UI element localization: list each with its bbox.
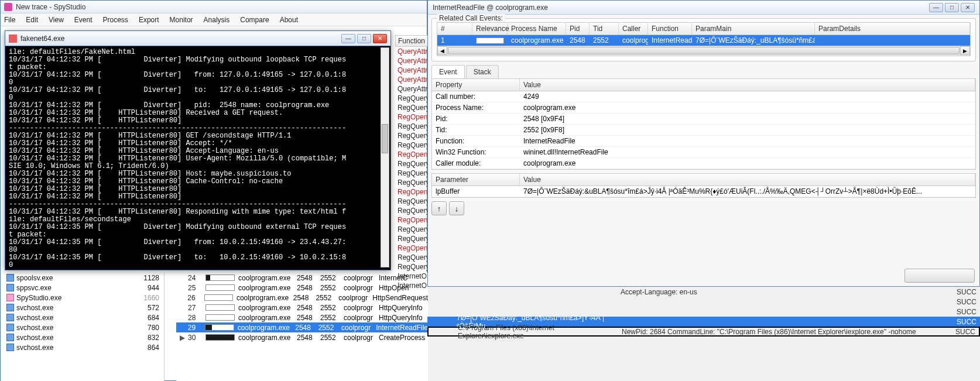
function-cell[interactable]: RegQuery [395, 178, 430, 187]
function-cell[interactable]: RegQuery [395, 234, 430, 243]
action-button[interactable] [904, 269, 975, 283]
prev-button[interactable]: ↑ [431, 201, 447, 215]
menu-monitor[interactable]: Monitor [170, 16, 193, 24]
function-cell[interactable]: RegQuery [395, 206, 430, 215]
minimize-button[interactable]: — [929, 3, 943, 12]
maximize-button[interactable]: □ [945, 3, 959, 12]
trace-row[interactable]: 28coolprogram.exe25482552coolprogrHttpQu… [176, 313, 428, 322]
function-cell[interactable]: RegQuery [395, 169, 430, 178]
console-output[interactable]: ile: defaultFiles/FakeNet.html 10/31/17 … [8, 47, 380, 267]
function-cell[interactable]: QueryAttr [395, 75, 430, 84]
close-button[interactable]: ✕ [373, 34, 387, 43]
menu-edit[interactable]: Edit [26, 16, 38, 24]
minimize-button[interactable]: — [341, 34, 355, 43]
process-tree-item[interactable]: spoolsv.exe1128 [1, 273, 164, 283]
function-cell[interactable]: QueryAttr [395, 84, 430, 94]
call-detail-window: InternetReadFile @ coolprogram.exe — □ ✕… [427, 0, 980, 287]
grid-header[interactable]: # Relevance Process Name Pid Tid Caller … [437, 23, 970, 35]
related-events-group: Related Call Events: # Relevance Process… [431, 18, 976, 61]
property-row[interactable]: Pid:2548 [0x9F4] [432, 114, 975, 125]
property-grid[interactable]: Property Value Call number:4249Process N… [431, 78, 976, 170]
trace-list: 24coolprogram.exe25482552coolprogrIntern… [176, 273, 428, 381]
maximize-button[interactable]: □ [357, 34, 371, 43]
trace-row[interactable]: 27coolprogram.exe25482552coolprogrHttpQu… [176, 303, 428, 313]
arrow-icon: ▶ [176, 334, 188, 342]
console-titlebar[interactable]: fakenet64.exe — □ ✕ [5, 31, 390, 46]
function-cell[interactable]: RegQuery [395, 131, 430, 140]
detail-title-text: InternetReadFile @ coolprogram.exe [433, 4, 927, 12]
function-cell[interactable]: RegQuery [395, 94, 430, 103]
trace-row[interactable]: 25coolprogram.exe25482552coolprogrHttpOp… [176, 283, 428, 293]
function-cell[interactable]: RegQuery [395, 253, 430, 262]
trace-row[interactable]: 29coolprogram.exe25482552coolprogrIntern… [176, 322, 428, 332]
menu-file[interactable]: File [4, 16, 15, 24]
property-row[interactable]: Function:InternetReadFile [432, 136, 975, 147]
function-cell[interactable]: RegQuery [395, 103, 430, 112]
related-events-grid[interactable]: # Relevance Process Name Pid Tid Caller … [437, 22, 971, 46]
menu-process[interactable]: Process [103, 16, 128, 24]
property-row[interactable]: Call number:4249 [432, 91, 975, 102]
menu-view[interactable]: View [49, 16, 64, 24]
parameter-grid[interactable]: Parameter Value lpBuffer7Ø=|Ô¨WEzŠäÐáý:&… [431, 173, 976, 198]
tab-stack[interactable]: Stack [466, 65, 499, 78]
parameter-header[interactable]: Parameter Value [432, 174, 975, 186]
process-tree-item[interactable]: svchost.exe572 [1, 303, 164, 313]
scroll-right-icon[interactable]: ▶ [960, 46, 970, 55]
process-tree-item[interactable]: SpyStudio.exe1660 [1, 293, 164, 303]
trace-detail-row[interactable]: C:\Program Files (x86)\Internet Explorer… [427, 327, 980, 337]
function-cell[interactable]: RegOpen [395, 215, 430, 225]
trace-row[interactable]: ▶30coolprogram.exe25482552coolprogrCreat… [176, 332, 428, 342]
function-cell[interactable]: RegQuery [395, 197, 430, 206]
function-cell[interactable]: InternetO [395, 272, 430, 281]
function-cell[interactable]: RegQuery [395, 262, 430, 272]
menu-export[interactable]: Export [139, 16, 159, 24]
tab-event[interactable]: Event [431, 65, 465, 78]
function-cell[interactable]: RegQuery [395, 140, 430, 150]
scroll-left-icon[interactable]: ◀ [437, 46, 447, 55]
next-button[interactable]: ↓ [449, 201, 464, 215]
menu-about[interactable]: About [280, 16, 298, 24]
trace-row[interactable]: 24coolprogram.exe25482552coolprogrIntern… [176, 273, 428, 283]
process-icon [6, 284, 14, 291]
grid-row[interactable]: 1 coolprogram.exe 2548 2552 coolprogr In… [437, 35, 970, 46]
function-header[interactable]: Function [395, 35, 430, 47]
function-cell[interactable]: RegOpen [395, 187, 430, 197]
process-tree-item[interactable]: svchost.exe684 [1, 313, 164, 322]
menu-event[interactable]: Event [74, 16, 92, 24]
horizontal-scrollbar[interactable]: ◀ ▶ [437, 46, 971, 56]
function-cell[interactable]: RegOpen [395, 112, 430, 122]
process-name: sppsvc.exe [16, 284, 135, 292]
trace-detail-row[interactable]: Accept-Language: en-usSUCC [427, 287, 980, 297]
property-row[interactable]: Tid:2552 [0x9F8] [432, 125, 975, 136]
function-cell[interactable]: InternetO [395, 281, 430, 290]
console-scrollbar[interactable] [381, 47, 389, 267]
property-header[interactable]: Property Value [432, 79, 975, 91]
parameter-row[interactable]: lpBuffer7Ø=|Ô¨WEzŠäÐáý:&uBLA¶ŝósu*ĭm£á>Ĵ… [432, 186, 975, 197]
function-cell[interactable]: QueryAttr [395, 66, 430, 75]
property-row[interactable]: Caller module:coolprogram.exe [432, 158, 975, 169]
relevance-bar [205, 314, 235, 321]
function-cell[interactable]: QueryAttr [395, 56, 430, 66]
process-pid: 944 [135, 284, 164, 292]
menu-compare[interactable]: Compare [240, 16, 269, 24]
function-cell[interactable]: RegQuery [395, 159, 430, 169]
detail-titlebar[interactable]: InternetReadFile @ coolprogram.exe — □ ✕ [428, 1, 979, 15]
process-name: svchost.exe [16, 344, 135, 352]
scroll-thumb[interactable] [448, 47, 960, 54]
function-cell[interactable]: RegOpen [395, 150, 430, 159]
function-cell[interactable]: QueryAttr [395, 47, 430, 56]
trace-row[interactable]: 26coolprogram.exe25482552coolprogrHttpSe… [176, 293, 428, 303]
process-tree-item[interactable]: svchost.exe832 [1, 332, 164, 342]
main-titlebar[interactable]: New trace - SpyStudio [1, 1, 427, 13]
close-button[interactable]: ✕ [961, 3, 975, 12]
property-row[interactable]: Process Name:coolprogram.exe [432, 102, 975, 114]
function-cell[interactable]: RegQuery [395, 225, 430, 234]
trace-detail-row[interactable]: SUCC [427, 297, 980, 307]
process-tree-item[interactable]: svchost.exe864 [1, 342, 164, 352]
process-tree-item[interactable]: sppsvc.exe944 [1, 283, 164, 293]
function-cell[interactable]: RegOpen [395, 243, 430, 253]
menu-analysis[interactable]: Analysis [204, 16, 230, 24]
property-row[interactable]: Win32 Function:wininet.dll!InternetReadF… [432, 147, 975, 158]
process-tree-item[interactable]: svchost.exe780 [1, 322, 164, 332]
function-cell[interactable]: RegQuery [395, 122, 430, 131]
